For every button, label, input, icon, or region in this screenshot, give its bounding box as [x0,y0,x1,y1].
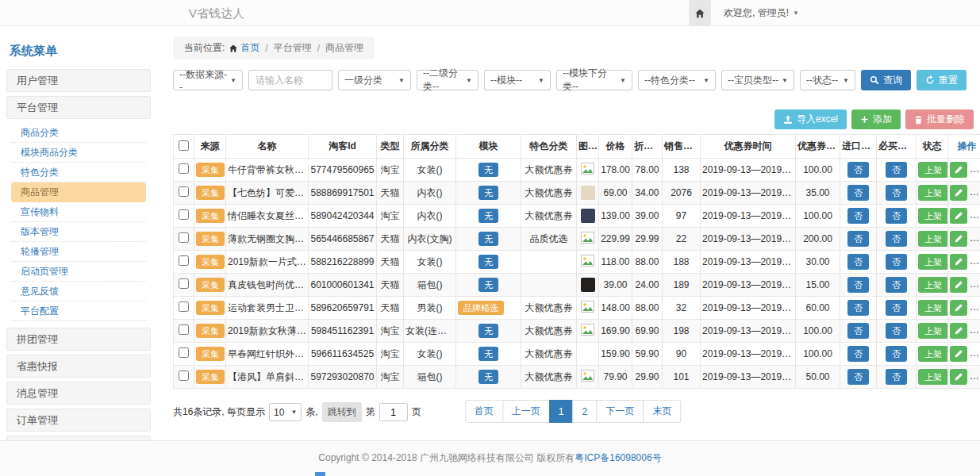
must-buy-toggle-badge[interactable]: 否 [886,208,907,224]
reset-button[interactable]: 重置 [917,70,967,90]
edit-button[interactable] [950,254,967,270]
sidebar-group-item[interactable]: 订单管理 [6,409,151,432]
import-toggle-badge[interactable]: 否 [847,231,869,247]
page-button[interactable]: 2 [573,400,598,423]
status-badge[interactable]: 上架 [918,208,948,224]
import-toggle-badge[interactable]: 否 [847,208,869,224]
per-page-select[interactable]: 10 ▼ [269,403,302,421]
row-checkbox[interactable] [179,301,189,312]
edit-button[interactable] [950,300,967,316]
edit-button[interactable] [950,185,967,201]
must-buy-toggle-badge[interactable]: 否 [886,369,907,385]
status-badge[interactable]: 上架 [918,323,948,339]
status-badge[interactable]: 上架 [918,277,948,293]
must-buy-toggle-badge[interactable]: 否 [886,254,907,270]
import-toggle-badge[interactable]: 否 [847,277,869,293]
jump-button[interactable]: 跳转到 [322,402,362,422]
import-toggle-badge[interactable]: 否 [847,300,869,316]
sidebar-group-item[interactable]: 平台管理 [6,96,151,119]
sidebar-group-item[interactable]: 拼团管理 [6,328,151,351]
status-badge[interactable]: 上架 [918,185,948,201]
edit-button[interactable] [950,346,967,362]
must-buy-toggle-badge[interactable]: 否 [886,162,907,178]
import-toggle-badge[interactable]: 否 [847,185,869,201]
batch-delete-button[interactable]: 批量删除 [905,109,974,129]
select-all-checkbox[interactable] [179,140,189,151]
filter-select[interactable]: --特色分类--▼ [638,70,716,90]
filter-select[interactable]: --二级分类--▼ [417,70,478,90]
import-toggle-badge[interactable]: 否 [847,254,869,270]
import-toggle-badge[interactable]: 否 [847,346,869,362]
row-checkbox[interactable] [179,209,189,220]
type-cell: 淘宝 [377,320,404,343]
import-toggle-badge[interactable]: 否 [847,369,869,385]
page-button[interactable]: 末页 [643,400,681,423]
row-checkbox[interactable] [179,278,189,289]
page-button-active[interactable]: 1 [549,400,574,423]
search-button[interactable]: 查询 [861,70,911,90]
filter-select[interactable]: --模块下分类--▼ [556,70,632,90]
row-checkbox[interactable] [179,163,189,174]
edit-button[interactable] [950,231,967,247]
import-excel-button[interactable]: 导入excel [774,109,847,129]
page-button[interactable]: 首页 [465,400,503,423]
sidebar-group-item[interactable]: 省惠快报 [6,355,151,378]
breadcrumb-home-link[interactable]: 首页 [229,41,259,55]
icp-link[interactable]: 粤ICP备16098006号 [575,452,661,463]
sidebar-group-item[interactable]: 用户管理 [6,69,151,92]
edit-icon [954,372,963,382]
page-button[interactable]: 上一页 [502,400,550,423]
must-buy-toggle-badge[interactable]: 否 [886,346,907,362]
name-search-input[interactable] [248,70,332,90]
must-buy-toggle-badge[interactable]: 否 [886,300,907,316]
edit-button[interactable] [950,162,967,178]
edit-button[interactable] [950,323,967,339]
row-checkbox[interactable] [179,324,189,335]
row-checkbox[interactable] [179,347,189,358]
row-checkbox[interactable] [179,232,189,243]
sidebar-sub-item-active[interactable]: 商品管理 [11,182,146,202]
edit-button[interactable] [950,208,967,224]
must-buy-toggle-badge[interactable]: 否 [886,277,907,293]
row-checkbox[interactable] [179,370,189,381]
sidebar-sub-item[interactable]: 宣传物料 [11,202,146,222]
filter-select[interactable]: --宝贝类型--▼ [721,70,794,90]
sidebar-sub-item[interactable]: 意见反馈 [11,282,146,301]
sidebar-sub-item[interactable]: 启动页管理 [11,262,146,282]
status-badge[interactable]: 上架 [918,254,948,270]
filter-select[interactable]: 一级分类▼ [338,70,411,90]
edit-button[interactable] [950,277,967,293]
add-button[interactable]: 添加 [851,109,901,129]
row-checkbox[interactable] [179,255,189,266]
sidebar-sub-item[interactable]: 平台配置 [11,301,146,321]
sidebar-sub-item[interactable]: 特色分类 [11,163,146,182]
taoke-id-cell: 589620659791 [309,297,377,320]
must-buy-toggle-badge[interactable]: 否 [886,231,907,247]
page-button[interactable]: 下一页 [596,400,644,423]
filter-select[interactable]: --模块--▼ [484,70,551,90]
sidebar-sub-item[interactable]: 模块商品分类 [11,143,146,163]
status-badge[interactable]: 上架 [918,300,948,316]
status-cell: 上架 [917,205,948,228]
user-menu[interactable]: 欢迎您, 管理员! ▼ [711,6,799,20]
import-toggle-badge[interactable]: 否 [847,323,869,339]
edit-button[interactable] [950,369,967,385]
home-button[interactable] [689,0,711,26]
status-badge[interactable]: 上架 [918,162,948,178]
sidebar-sub-item[interactable]: 轮播管理 [11,242,146,262]
sidebar-sub-item[interactable]: 版本管理 [11,222,146,242]
sidebar-group-item[interactable]: 消息管理 [6,382,151,405]
row-checkbox[interactable] [179,186,189,197]
status-badge[interactable]: 上架 [918,231,948,247]
must-buy-toggle-badge[interactable]: 否 [886,323,907,339]
filter-select[interactable]: --状态--▼ [800,70,855,90]
status-badge[interactable]: 上架 [918,346,948,362]
import-toggle-badge[interactable]: 否 [847,162,869,178]
page-number-input[interactable] [379,403,408,421]
status-badge[interactable]: 上架 [918,369,948,385]
data-source-select[interactable]: --数据来源--▼ [173,70,243,90]
import-select-cell: 否 [840,343,877,366]
must-buy-toggle-badge[interactable]: 否 [886,185,907,201]
sidebar-sub-item[interactable]: 商品分类 [11,123,146,143]
feature-category-cell: 大额优惠券 [521,182,577,205]
